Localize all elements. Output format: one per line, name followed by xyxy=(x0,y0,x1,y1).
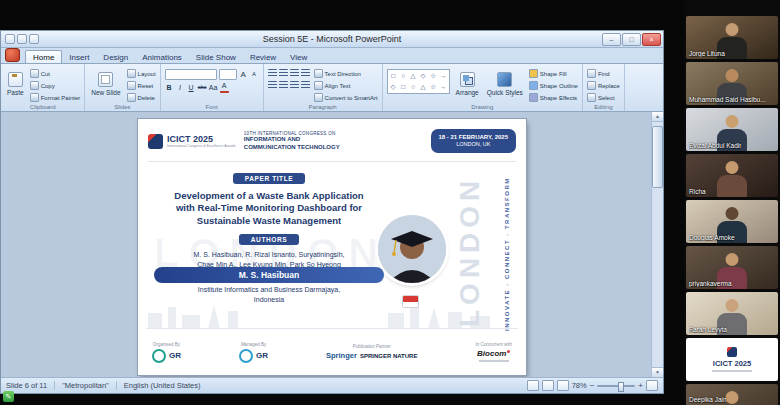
grow-font-button[interactable]: A xyxy=(239,70,248,79)
layout-button[interactable]: Layout xyxy=(127,69,156,78)
slide-canvas[interactable]: LONDON LONDON INNOVATE · CONNECT · TRANS… xyxy=(138,119,526,375)
conference-date-badge: 18 - 21 FEBRUARY, 2025 LONDON, UK xyxy=(431,129,516,153)
maximize-button[interactable]: □ xyxy=(622,33,641,46)
normal-view-icon[interactable] xyxy=(527,380,539,391)
language-indicator[interactable]: English (United States) xyxy=(124,381,201,390)
tab-insert[interactable]: Insert xyxy=(62,51,96,63)
shape-circle-icon[interactable]: ○ xyxy=(399,71,408,81)
tab-home[interactable]: Home xyxy=(25,50,62,63)
slide-number-indicator[interactable]: Slide 6 of 11 xyxy=(6,381,47,390)
cut-button[interactable]: Cut xyxy=(30,69,81,78)
participant-tile-evizal[interactable]: Evizal Abdul Kadir xyxy=(686,108,778,151)
participants-sidebar[interactable]: Jorge Lituna Muhammad Said Hasibu... Evi… xyxy=(684,0,780,405)
bullets-button[interactable] xyxy=(268,69,277,78)
tab-view[interactable]: View xyxy=(283,51,314,63)
icict-logo-text: ICICT 2025 xyxy=(167,134,236,144)
clear-formatting-button[interactable]: Aa xyxy=(209,83,218,92)
font-size-select[interactable] xyxy=(219,69,237,80)
participant-tile-richa[interactable]: Richa xyxy=(686,154,778,197)
save-icon[interactable] xyxy=(5,34,15,44)
scrollbar-thumb[interactable] xyxy=(652,126,663,188)
shape-diamond-icon[interactable]: ◇ xyxy=(389,82,398,92)
tab-review[interactable]: Review xyxy=(243,51,283,63)
annotation-pencil-icon[interactable]: ✎ xyxy=(3,391,14,402)
zoom-out-icon[interactable]: − xyxy=(590,381,595,390)
replace-button[interactable]: Replace xyxy=(587,81,620,90)
ribbon-group-font: A A B I U abc Aa A Font xyxy=(161,64,264,111)
paste-label: Paste xyxy=(7,89,24,96)
ribbon-group-drawing: □ ○ △ ◇ ☆ → ◇ □ ○ △ ☆ → Arrange xyxy=(383,64,583,111)
tab-slide-show[interactable]: Slide Show xyxy=(189,51,243,63)
delete-slide-button[interactable]: Delete xyxy=(127,93,156,102)
align-right-button[interactable] xyxy=(290,81,299,90)
scroll-down-icon[interactable]: ▼ xyxy=(652,367,663,377)
decrease-indent-button[interactable] xyxy=(290,69,299,78)
align-left-button[interactable] xyxy=(268,81,277,90)
font-color-button[interactable]: A xyxy=(220,82,229,93)
participant-tile-icict-logo[interactable]: ICICT 2025 xyxy=(686,338,778,381)
strikethrough-button[interactable]: abc xyxy=(198,83,207,92)
shape-fill-button[interactable]: Shape Fill xyxy=(529,69,578,78)
zoom-slider-thumb[interactable] xyxy=(618,382,624,392)
shape-rect-icon[interactable]: □ xyxy=(389,71,398,81)
theme-indicator[interactable]: "Metropolitan" xyxy=(62,381,109,390)
align-center-button[interactable] xyxy=(279,81,288,90)
window-controls: – □ × xyxy=(602,33,661,46)
increase-indent-button[interactable] xyxy=(301,69,310,78)
minimize-button[interactable]: – xyxy=(602,33,621,46)
zoom-slider[interactable] xyxy=(597,385,635,387)
shape-triangle-icon[interactable]: △ xyxy=(419,82,428,92)
shapes-gallery[interactable]: □ ○ △ ◇ ☆ → ◇ □ ○ △ ☆ → xyxy=(387,69,450,94)
convert-smartart-button[interactable]: Convert to SmartArt xyxy=(314,93,378,102)
paste-button[interactable]: Paste xyxy=(5,66,26,101)
participant-tile-deepika[interactable]: Deepika Jain xyxy=(686,384,778,405)
align-text-button[interactable]: Align Text xyxy=(314,81,378,90)
slide-scrollbar[interactable]: ▲ ▼ xyxy=(651,112,663,377)
zoom-in-icon[interactable]: + xyxy=(638,381,643,390)
bold-button[interactable]: B xyxy=(165,83,174,92)
shape-arrow-icon[interactable]: → xyxy=(439,82,448,92)
slide-sorter-view-icon[interactable] xyxy=(542,380,554,391)
redo-icon[interactable] xyxy=(29,34,39,44)
underline-button[interactable]: U xyxy=(187,83,196,92)
arrange-button[interactable]: Arrange xyxy=(454,66,481,101)
shape-arrow-icon[interactable]: → xyxy=(439,71,448,81)
select-button[interactable]: Select xyxy=(587,93,620,102)
copy-button[interactable]: Copy xyxy=(30,81,81,90)
shrink-font-button[interactable]: A xyxy=(250,70,259,79)
quick-styles-button[interactable]: Quick Styles xyxy=(485,66,525,101)
participant-tile-douglas[interactable]: Douglas Amoke xyxy=(686,200,778,243)
shape-triangle-icon[interactable]: △ xyxy=(409,71,418,81)
shape-rect-icon[interactable]: □ xyxy=(399,82,408,92)
participant-tile-jorge[interactable]: Jorge Lituna xyxy=(686,16,778,59)
text-direction-button[interactable]: Text Direction xyxy=(314,69,378,78)
office-button-icon[interactable] xyxy=(5,48,20,62)
justify-button[interactable] xyxy=(301,81,310,90)
font-name-select[interactable] xyxy=(165,69,217,80)
shape-effects-button[interactable]: Shape Effects xyxy=(529,93,578,102)
undo-icon[interactable] xyxy=(17,34,27,44)
participant-tile-farah[interactable]: Farah Levyta xyxy=(686,292,778,335)
slideshow-view-icon[interactable] xyxy=(557,380,569,391)
shape-circle-icon[interactable]: ○ xyxy=(409,82,418,92)
scroll-up-icon[interactable]: ▲ xyxy=(652,112,663,122)
window-titlebar[interactable]: Session 5E - Microsoft PowerPoint – □ × xyxy=(1,31,663,48)
tab-design[interactable]: Design xyxy=(96,51,135,63)
format-painter-button[interactable]: Format Painter xyxy=(30,93,81,102)
tab-animations[interactable]: Animations xyxy=(135,51,189,63)
find-button[interactable]: Find xyxy=(587,69,620,78)
fit-to-window-icon[interactable] xyxy=(646,380,658,391)
reset-button[interactable]: Reset xyxy=(127,81,156,90)
new-slide-button[interactable]: New Slide xyxy=(89,66,122,101)
shape-star-icon[interactable]: ☆ xyxy=(429,71,438,81)
zoom-level[interactable]: 78% xyxy=(572,381,587,390)
italic-button[interactable]: I xyxy=(176,83,185,92)
close-button[interactable]: × xyxy=(642,33,661,46)
shape-outline-button[interactable]: Shape Outline xyxy=(529,81,578,90)
numbering-button[interactable] xyxy=(279,69,288,78)
participant-tile-muhammad[interactable]: Muhammad Said Hasibu... xyxy=(686,62,778,105)
participant-tile-priyanka[interactable]: priyankaverma xyxy=(686,246,778,289)
shape-star-icon[interactable]: ☆ xyxy=(429,82,438,92)
shape-diamond-icon[interactable]: ◇ xyxy=(419,71,428,81)
slide-editing-area[interactable]: LONDON LONDON INNOVATE · CONNECT · TRANS… xyxy=(1,112,663,377)
